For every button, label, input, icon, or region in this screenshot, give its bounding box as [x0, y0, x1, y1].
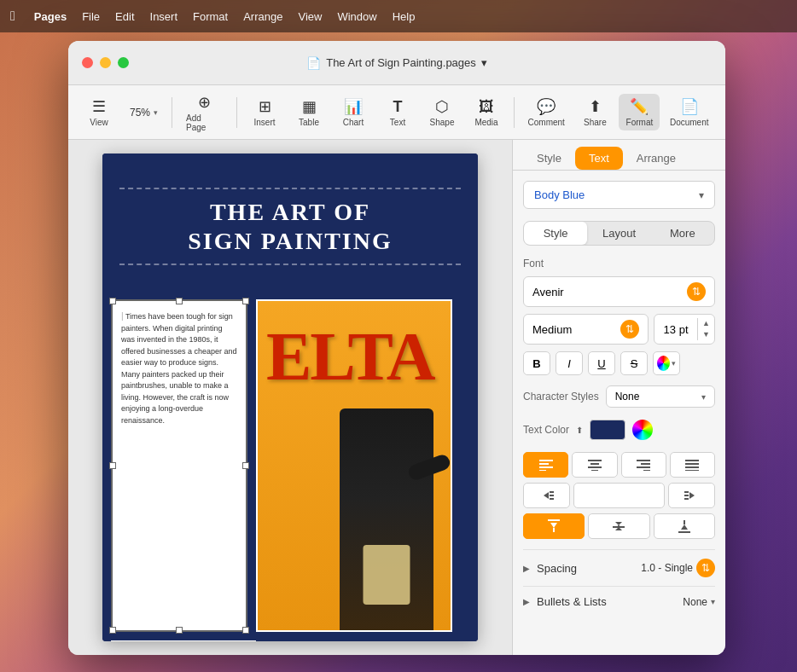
- window-title-text: The Art of Sign Painting.pages: [326, 56, 476, 69]
- menu-view[interactable]: View: [298, 10, 322, 23]
- font-select-arrow[interactable]: ⇅: [687, 282, 706, 301]
- title-arrow[interactable]: ▾: [481, 56, 487, 69]
- sub-tab-more[interactable]: More: [651, 222, 714, 245]
- handle-bl[interactable]: [109, 627, 116, 634]
- menu-help[interactable]: Help: [393, 10, 416, 23]
- font-size-control[interactable]: 13 pt ▲ ▼: [654, 314, 715, 345]
- format-label: Format: [626, 118, 654, 127]
- text-color-swatch[interactable]: [590, 420, 625, 440]
- spacing-row[interactable]: ▶ Spacing 1.0 - Single ⇅: [523, 549, 715, 586]
- char-styles-select[interactable]: None ▾: [606, 385, 715, 408]
- bullets-select[interactable]: None ▾: [683, 596, 715, 608]
- font-name-row: Avenir ⇅: [523, 276, 715, 307]
- bullets-value: None: [683, 596, 707, 608]
- valign-top-button[interactable]: [523, 513, 585, 539]
- sub-tab-style[interactable]: Style: [524, 222, 587, 245]
- bullets-lists-row[interactable]: ▶ Bullets & Lists None ▾: [523, 586, 715, 617]
- spacing-value-container: 1.0 - Single ⇅: [641, 559, 715, 577]
- spacing-stepper[interactable]: ⇅: [696, 559, 715, 577]
- svg-marker-27: [615, 522, 622, 525]
- tab-arrange[interactable]: Arrange: [623, 147, 689, 170]
- menu-insert[interactable]: Insert: [150, 10, 178, 23]
- share-icon: ⬆: [589, 97, 602, 116]
- svg-rect-5: [590, 463, 599, 465]
- text-box[interactable]: | Times have been tough for sign painter…: [111, 299, 247, 632]
- zoom-control[interactable]: 75% ▾: [123, 103, 165, 122]
- menu-file[interactable]: File: [82, 10, 100, 23]
- insert-button[interactable]: ⊞ Insert: [244, 94, 285, 130]
- comment-button[interactable]: 💬 Comment: [521, 94, 571, 130]
- handle-br[interactable]: [242, 627, 249, 634]
- add-page-button[interactable]: ⊕ Add Page: [179, 90, 230, 136]
- tab-text[interactable]: Text: [575, 147, 623, 170]
- svg-rect-2: [539, 466, 553, 468]
- align-center-button[interactable]: [572, 452, 617, 478]
- shape-button[interactable]: ⬡ Shape: [422, 94, 462, 130]
- share-button[interactable]: ⬆ Share: [574, 94, 615, 130]
- table-button[interactable]: ▦ Table: [288, 94, 329, 130]
- view-button[interactable]: ☰ View: [79, 94, 119, 130]
- content-area: THE ART OF SIGN PAINTING: [68, 140, 725, 655]
- toolbar-divider-2: [236, 97, 237, 128]
- svg-rect-15: [685, 470, 699, 471]
- text-color-button[interactable]: ▾: [653, 351, 680, 375]
- sub-tab-layout[interactable]: Layout: [587, 222, 650, 245]
- font-name-select[interactable]: Avenir ⇅: [523, 276, 715, 307]
- horizontal-align-row: [523, 452, 715, 478]
- menu-arrange[interactable]: Arrange: [243, 10, 282, 23]
- app-name[interactable]: Pages: [34, 10, 67, 23]
- handle-tr[interactable]: [242, 298, 249, 304]
- shape-icon: ⬡: [435, 97, 449, 116]
- fullscreen-button[interactable]: [118, 57, 129, 68]
- handle-tm[interactable]: [176, 298, 183, 304]
- format-button[interactable]: ✏️ Format: [619, 94, 660, 130]
- svg-marker-33: [681, 524, 688, 530]
- dotted-line-top: [119, 188, 461, 189]
- italic-button[interactable]: I: [556, 351, 583, 375]
- close-button[interactable]: [82, 57, 93, 68]
- menu-window[interactable]: Window: [337, 10, 376, 23]
- text-color-adjust[interactable]: ⬆: [576, 426, 583, 435]
- indent-decrease-button[interactable]: [523, 483, 570, 508]
- align-left-button[interactable]: [523, 452, 568, 478]
- strikethrough-button[interactable]: S: [620, 351, 648, 375]
- document-button[interactable]: 📄 Document: [663, 94, 715, 130]
- menu-edit[interactable]: Edit: [115, 10, 134, 23]
- style-name: Body Blue: [534, 188, 585, 201]
- align-right-icon: [637, 459, 650, 471]
- tab-style[interactable]: Style: [523, 147, 575, 170]
- page-bottom: VWWX KL MNO DEF GHI DEFGHI: [102, 640, 478, 641]
- canvas-area[interactable]: THE ART OF SIGN PAINTING: [68, 140, 512, 655]
- text-color-wheel[interactable]: [632, 420, 653, 440]
- underline-button[interactable]: U: [588, 351, 615, 375]
- handle-bm[interactable]: [176, 627, 183, 634]
- valign-bottom-button[interactable]: [654, 513, 715, 539]
- size-up-arrow[interactable]: ▲: [698, 318, 714, 329]
- font-name-value: Avenir: [532, 286, 564, 298]
- handle-ml[interactable]: [109, 462, 116, 469]
- menu-format[interactable]: Format: [193, 10, 228, 23]
- svg-rect-0: [539, 460, 553, 461]
- valign-middle-button[interactable]: [588, 513, 649, 539]
- chart-icon: 📊: [344, 97, 363, 116]
- handle-mr[interactable]: [242, 462, 249, 469]
- size-down-arrow[interactable]: ▼: [698, 329, 714, 340]
- bold-button[interactable]: B: [523, 351, 550, 375]
- align-justify-button[interactable]: [670, 452, 715, 478]
- svg-rect-17: [550, 491, 554, 493]
- dotted-line-bottom: [119, 264, 461, 265]
- main-window: 📄 The Art of Sign Painting.pages ▾ ☰ Vie…: [68, 41, 725, 655]
- style-dropdown[interactable]: Body Blue ▾: [523, 181, 715, 209]
- media-button[interactable]: 🖼 Media: [466, 95, 507, 130]
- minimize-button[interactable]: [100, 57, 111, 68]
- font-weight-select[interactable]: Medium ⇅: [523, 314, 649, 345]
- svg-rect-4: [588, 460, 602, 461]
- font-weight-row: Medium ⇅ 13 pt ▲ ▼: [523, 314, 715, 345]
- chart-button[interactable]: 📊 Chart: [333, 94, 374, 130]
- handle-tl[interactable]: [109, 298, 116, 304]
- align-right-button[interactable]: [621, 452, 666, 478]
- text-button[interactable]: T Text: [377, 95, 418, 130]
- toolbar: ☰ View 75% ▾ ⊕ Add Page ⊞ Insert ▦ Table…: [68, 85, 725, 140]
- indent-increase-button[interactable]: [668, 483, 715, 508]
- weight-select-arrow[interactable]: ⇅: [620, 320, 639, 339]
